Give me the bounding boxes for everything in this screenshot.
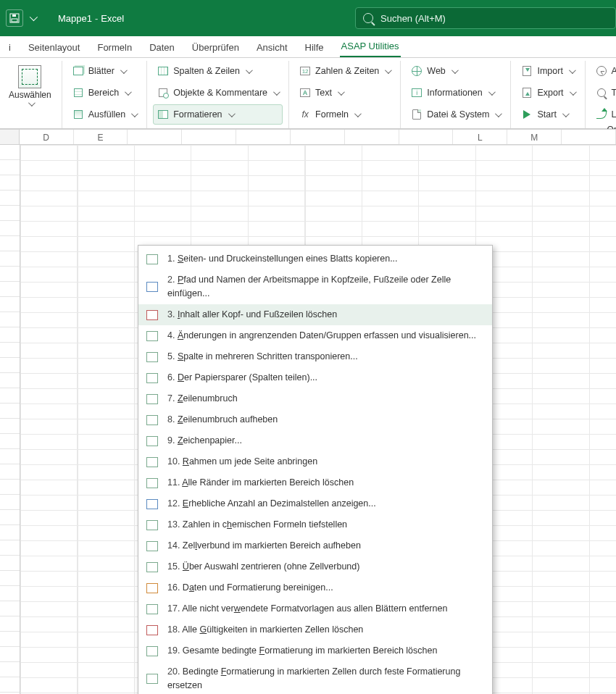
tab-asap-utilities[interactable]: ASAP Utilities	[340, 36, 401, 57]
menu-item-2[interactable]: 2. Pfad und Namen der Arbeitsmappe in Ko…	[138, 269, 492, 304]
tab-hilfe[interactable]: Hilfe	[304, 38, 325, 57]
text-button[interactable]: AText	[295, 83, 394, 103]
objects-button[interactable]: Objekte & Kommentare	[153, 83, 283, 103]
col-header[interactable]: L	[453, 130, 507, 144]
col-header[interactable]	[345, 130, 399, 144]
row-header[interactable]	[0, 586, 20, 601]
row-header[interactable]	[0, 312, 20, 327]
row-header[interactable]	[0, 327, 20, 343]
row-header[interactable]	[0, 404, 20, 419]
select-all-corner[interactable]	[0, 130, 20, 144]
fill-button[interactable]: Ausfüllen	[68, 104, 141, 125]
menu-item-7[interactable]: 7. Zeilenumbruch	[138, 388, 492, 409]
row-header[interactable]	[0, 145, 20, 160]
col-header[interactable]	[399, 130, 454, 144]
web-button[interactable]: Web	[407, 61, 504, 81]
menu-item-14[interactable]: 14. Zellverbund im markierten Bereich au…	[138, 535, 492, 556]
formulas-button[interactable]: fxFormeln	[295, 104, 394, 125]
menu-item-16[interactable]: 16. Daten und Formatierung bereinigen...	[138, 577, 492, 598]
cols-rows-button[interactable]: Spalten & Zeilen	[153, 61, 283, 81]
row-header[interactable]	[0, 434, 20, 449]
select-button[interactable]: Auswählen	[4, 64, 56, 108]
row-header[interactable]	[0, 388, 20, 404]
col-header[interactable]	[182, 130, 236, 144]
row-header[interactable]	[0, 343, 20, 358]
row-header[interactable]	[0, 662, 20, 677]
row-header[interactable]	[0, 616, 20, 632]
menu-item-4[interactable]: 4. Änderungen in angrenzenden Daten/Grup…	[138, 325, 492, 346]
asap-options-button[interactable]: ASAP Utilities O	[591, 61, 616, 81]
col-header[interactable]: D	[20, 130, 74, 144]
sheets-button[interactable]: Blätter	[68, 61, 141, 81]
info-button[interactable]: iInformationen	[407, 83, 504, 103]
tab-ansicht[interactable]: Ansicht	[255, 38, 289, 57]
col-header[interactable]: M	[507, 130, 562, 144]
row-header[interactable]	[0, 267, 20, 282]
row-header[interactable]	[0, 540, 20, 556]
row-header[interactable]	[0, 647, 20, 662]
last-tool-button[interactable]: Letztes Tool ern	[591, 104, 616, 125]
row-header[interactable]	[0, 449, 20, 464]
menu-item-3[interactable]: 3. Inhalt aller Kopf- und Fußzeilen lösc…	[138, 304, 492, 325]
menu-item-icon	[146, 280, 159, 293]
search-box[interactable]: Suchen (Alt+M)	[355, 7, 616, 29]
find-tool-button[interactable]: Tool finden und	[591, 83, 616, 103]
row-header[interactable]	[0, 464, 20, 480]
tab-formeln[interactable]: Formeln	[96, 38, 133, 57]
row-header[interactable]	[0, 495, 20, 510]
row-header[interactable]	[0, 206, 20, 221]
row-header[interactable]	[0, 510, 20, 525]
row-header[interactable]	[0, 480, 20, 495]
row-header[interactable]	[0, 221, 20, 236]
menu-item-6[interactable]: 6. Der Papiersparer (Spalten teilen)...	[138, 367, 492, 388]
col-header[interactable]	[236, 130, 291, 144]
menu-item-13[interactable]: 13. Zahlen in chemischen Formeln tiefste…	[138, 514, 492, 535]
menu-item-11[interactable]: 11. Alle Ränder im markierten Bereich lö…	[138, 472, 492, 493]
row-header[interactable]	[0, 373, 20, 388]
row-header[interactable]	[0, 251, 20, 267]
menu-item-10[interactable]: 10. Rahmen um jede Seite anbringen	[138, 451, 492, 472]
row-header[interactable]	[0, 236, 20, 251]
row-header[interactable]	[0, 160, 20, 175]
row-header[interactable]	[0, 358, 20, 373]
menu-item-17[interactable]: 17. Alle nicht verwendete Formatvorlagen…	[138, 598, 492, 619]
col-header[interactable]	[291, 130, 345, 144]
import-button[interactable]: Import	[517, 61, 578, 81]
menu-item-18[interactable]: 18. Alle Gültigkeiten in markierten Zell…	[138, 619, 492, 640]
col-header[interactable]	[562, 130, 616, 144]
menu-item-1[interactable]: 1. Seiten- und Druckeinstellungen eines …	[138, 248, 492, 269]
row-header[interactable]	[0, 632, 20, 647]
row-header[interactable]	[0, 175, 20, 191]
tab-0[interactable]: i	[7, 38, 12, 57]
numbers-button[interactable]: 12Zahlen & Zeiten	[295, 61, 394, 81]
tab-daten[interactable]: Daten	[148, 38, 176, 57]
menu-item-20[interactable]: 20. Bedingte Formatierung in markierten …	[138, 661, 492, 694]
qat-more-button[interactable]	[28, 9, 38, 27]
filesys-button[interactable]: Datei & System	[407, 104, 504, 125]
row-header[interactable]	[0, 601, 20, 616]
row-header[interactable]	[0, 677, 20, 693]
col-header[interactable]	[128, 130, 182, 144]
menu-item-19[interactable]: 19. Gesamte bedingte Formatierung im mar…	[138, 640, 492, 661]
start-button[interactable]: Start	[517, 104, 578, 125]
menu-item-15[interactable]: 15. Über Auswahl zentrieren (ohne Zellve…	[138, 556, 492, 577]
row-header[interactable]	[0, 571, 20, 586]
col-header[interactable]: E	[74, 130, 128, 144]
menu-item-label: 6. Der Papiersparer (Spalten teilen)...	[167, 371, 317, 385]
menu-item-5[interactable]: 5. Spalte in mehreren Schritten transpon…	[138, 346, 492, 367]
row-header[interactable]	[0, 419, 20, 434]
row-header[interactable]	[0, 191, 20, 206]
menu-item-8[interactable]: 8. Zeilenumbruch aufheben	[138, 409, 492, 430]
row-header[interactable]	[0, 556, 20, 571]
menu-item-12[interactable]: 12. Erhebliche Anzahl an Dezimalstellen …	[138, 493, 492, 514]
menu-item-9[interactable]: 9. Zeichenpapier...	[138, 430, 492, 451]
tab-ueberpruefen[interactable]: Überprüfen	[191, 38, 241, 57]
format-button[interactable]: Formatieren	[153, 104, 283, 125]
row-header[interactable]	[0, 297, 20, 312]
row-header[interactable]	[0, 525, 20, 540]
range-button[interactable]: Bereich	[68, 83, 141, 103]
save-button[interactable]	[6, 9, 23, 27]
row-header[interactable]	[0, 282, 20, 297]
tab-seitenlayout[interactable]: Seitenlayout	[27, 38, 82, 57]
export-button[interactable]: Export	[517, 83, 578, 103]
